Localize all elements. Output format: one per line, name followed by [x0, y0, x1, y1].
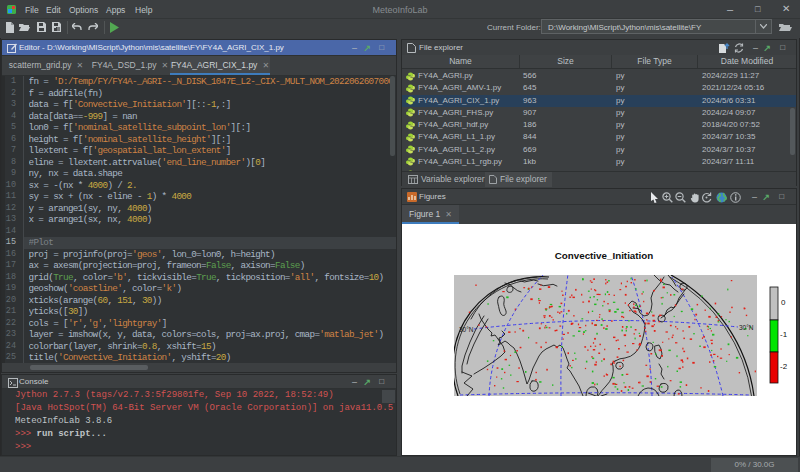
svg-text:30°N: 30°N — [739, 324, 754, 331]
svg-text:0: 0 — [781, 298, 786, 307]
svg-text:-2: -2 — [780, 362, 788, 371]
svg-text:Convective_Initiation: Convective_Initiation — [555, 250, 654, 261]
svg-text:30°N: 30°N — [459, 326, 474, 333]
svg-text:-1: -1 — [780, 330, 788, 339]
